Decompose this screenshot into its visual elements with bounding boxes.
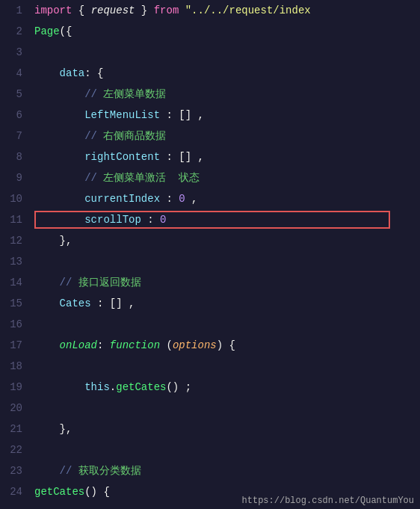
- code-line: // 右侧商品数据: [34, 126, 420, 146]
- code-line: // 左侧菜单数据: [34, 84, 420, 105]
- code-line: [34, 439, 420, 460]
- code-line: this.getCates() ;: [34, 377, 420, 398]
- line-number: 12: [6, 230, 22, 251]
- token-string: "../../request/index: [185, 4, 311, 16]
- token-plain: :: [160, 151, 179, 163]
- token-colon: : {: [84, 67, 103, 79]
- token-plain: ,: [123, 297, 135, 309]
- code-line: rightContent : [] ,: [34, 146, 420, 167]
- token-value-arr: []: [110, 297, 123, 309]
- token-plain: }: [135, 4, 153, 16]
- line-numbers: 123456789101112131415161718192021222324: [0, 0, 28, 509]
- line-number: 15: [6, 293, 22, 314]
- token-plain: [34, 172, 84, 184]
- code-line: // 获取分类数据: [34, 460, 420, 481]
- line-number: 1: [6, 0, 22, 21]
- token-plain: .: [110, 381, 116, 393]
- line-number: 5: [6, 84, 22, 105]
- line-number: 24: [6, 481, 22, 502]
- code-line: },: [34, 419, 420, 439]
- code-line: // 接口返回数据: [34, 272, 420, 293]
- token-value-arr: []: [179, 151, 191, 163]
- token-key: data: [60, 67, 85, 79]
- token-punctuation: ({: [60, 25, 72, 37]
- code-line: [34, 314, 420, 335]
- token-plain: [34, 214, 84, 226]
- code-line: Page({: [34, 21, 420, 42]
- line-number: 20: [6, 398, 22, 419]
- code-line: [34, 42, 420, 63]
- code-lines: import { request } from "../../request/i…: [28, 0, 420, 509]
- token-kw-import: import: [34, 4, 72, 16]
- token-plain: :: [160, 193, 179, 205]
- token-plain: },: [60, 423, 72, 435]
- code-line: },: [34, 230, 420, 251]
- line-number: 21: [6, 419, 22, 439]
- code-editor: 123456789101112131415161718192021222324 …: [0, 0, 420, 509]
- token-plain: [34, 277, 60, 289]
- line-number: 4: [6, 63, 22, 84]
- code-line: Cates : [] ,: [34, 293, 420, 314]
- token-param: options: [173, 339, 217, 351]
- token-plain: [34, 381, 84, 393]
- token-plain: [34, 235, 60, 247]
- line-number: 14: [6, 272, 22, 293]
- token-plain: [34, 67, 60, 79]
- token-comment-zh: 左侧菜单激活 状态: [103, 171, 200, 185]
- token-plain: [179, 4, 185, 16]
- line-number: 22: [6, 439, 22, 460]
- line-number: 18: [6, 356, 22, 377]
- line-number: 3: [6, 42, 22, 63]
- url-bar: https://blog.csdn.net/QuantumYou: [236, 493, 420, 509]
- token-plain: [34, 88, 84, 100]
- code-line: currentIndex : 0 ,: [34, 188, 420, 209]
- token-plain: [34, 339, 60, 351]
- token-key: currentIndex: [84, 193, 160, 205]
- token-plain: ,: [185, 193, 198, 205]
- line-number: 2: [6, 21, 22, 42]
- token-value-num: 0: [160, 214, 166, 226]
- line-number: 10: [6, 188, 22, 209]
- token-comment-zh: 左侧菜单数据: [103, 87, 166, 101]
- token-kw-request: request: [91, 4, 135, 16]
- token-comment: //: [84, 130, 103, 142]
- token-method: getCates: [116, 381, 166, 393]
- token-plain: {: [72, 4, 90, 16]
- code-line: LeftMenuList : [] ,: [34, 105, 420, 126]
- code-content: 123456789101112131415161718192021222324 …: [0, 0, 420, 509]
- token-value-arr: []: [179, 109, 191, 121]
- token-plain: [34, 109, 84, 121]
- token-key: Cates: [60, 297, 91, 309]
- token-fn-page: Page: [34, 25, 60, 37]
- line-number: 16: [6, 314, 22, 335]
- line-number: 6: [6, 105, 22, 126]
- token-plain: ,: [191, 151, 204, 163]
- line-number: 11: [6, 209, 22, 230]
- code-line: data: {: [34, 63, 420, 84]
- line-number: 7: [6, 126, 22, 146]
- code-line: [34, 398, 420, 419]
- token-plain: [34, 130, 84, 142]
- token-comment-zh: 获取分类数据: [78, 464, 141, 478]
- token-key: LeftMenuList: [84, 109, 160, 121]
- token-plain: :: [91, 297, 110, 309]
- token-plain: () {: [84, 486, 110, 498]
- code-line: onLoad: function (options) {: [34, 335, 420, 356]
- token-value-num: 0: [179, 193, 185, 205]
- token-comment: //: [84, 172, 103, 184]
- line-number: 13: [6, 251, 22, 272]
- token-comment-zh: 右侧商品数据: [103, 129, 166, 143]
- code-line: [34, 251, 420, 272]
- token-comment: //: [60, 465, 78, 477]
- line-number: 19: [6, 377, 22, 398]
- token-plain: [34, 151, 84, 163]
- token-plain: :: [160, 109, 179, 121]
- token-onload-key: onLoad: [60, 339, 97, 351]
- token-plain: },: [60, 235, 72, 247]
- token-kw-from: from: [154, 4, 179, 16]
- token-this: this: [84, 381, 110, 393]
- token-plain: :: [97, 339, 110, 351]
- code-line: [34, 356, 420, 377]
- token-plain: [34, 193, 84, 205]
- token-comment-zh: 接口返回数据: [78, 276, 141, 289]
